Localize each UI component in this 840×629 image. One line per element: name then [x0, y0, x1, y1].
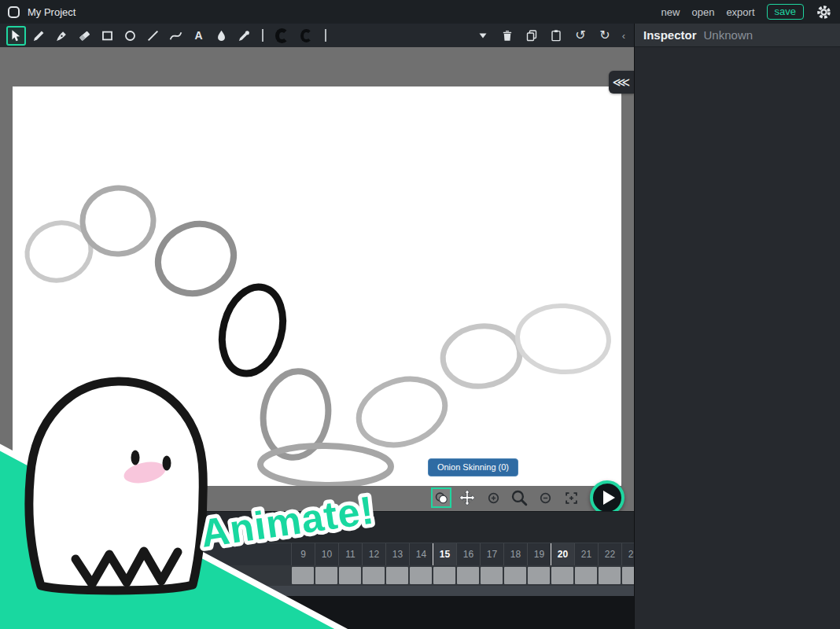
pan-icon — [459, 489, 476, 506]
cap-large-button[interactable] — [271, 25, 293, 46]
copy-icon — [525, 29, 538, 42]
drawing-canvas[interactable] — [13, 86, 621, 486]
undo-button[interactable]: ↺ — [572, 27, 589, 44]
fill-tool[interactable] — [212, 26, 231, 46]
inspector-panel: Inspector Unknown — [634, 24, 840, 629]
settings-button[interactable] — [816, 4, 832, 20]
paste-button[interactable] — [547, 27, 565, 44]
frame-number-23[interactable]: 23 — [621, 543, 634, 565]
play-button[interactable] — [590, 480, 624, 511]
frame-cell-14[interactable] — [410, 567, 432, 584]
frame-number-14[interactable]: 14 — [409, 543, 433, 565]
project-title: My Project — [28, 6, 76, 18]
frame-cell-15[interactable] — [433, 567, 455, 584]
save-button[interactable]: save — [767, 4, 804, 20]
frame-cell-22[interactable] — [599, 567, 621, 584]
inspector-selection-label: Unknown — [704, 28, 753, 42]
canvas-area[interactable]: ⋘ Onion Skinning (0) — [0, 47, 634, 511]
copy-button[interactable] — [523, 27, 540, 44]
eraser-icon — [78, 29, 91, 42]
frame-cell-9[interactable] — [292, 567, 314, 584]
frame-number-10[interactable]: 10 — [315, 543, 338, 565]
titlebar: My Project new open export save — [0, 0, 840, 24]
app-logo-icon — [8, 6, 20, 18]
gear-icon — [816, 4, 832, 20]
frame-cell-11[interactable] — [339, 567, 361, 584]
frame-cell-21[interactable] — [575, 567, 597, 584]
frame-cell-12[interactable] — [363, 567, 385, 584]
eyedropper-tool[interactable] — [234, 26, 254, 46]
current-frame-drawing — [213, 280, 292, 380]
play-icon — [603, 491, 615, 505]
inspector-title: Inspector — [643, 28, 697, 42]
zoom-in-icon — [488, 492, 499, 504]
fit-screen-button[interactable] — [561, 487, 581, 508]
timeline-track[interactable] — [0, 565, 634, 586]
stroke-cap-group — [271, 25, 317, 46]
zoom-out-icon — [540, 492, 551, 504]
frame-number-22[interactable]: 22 — [598, 543, 621, 565]
pen-tool[interactable] — [52, 26, 72, 46]
inspector-header: Inspector Unknown — [635, 24, 840, 47]
toolbar: A ↺↻ ‹ — [0, 24, 634, 47]
pan-button[interactable] — [457, 487, 477, 508]
onion-skin-layer — [13, 86, 621, 486]
frame-cell-18[interactable] — [504, 567, 526, 584]
redo-icon: ↻ — [599, 29, 610, 42]
frame-cell-20[interactable] — [551, 567, 573, 584]
frame-cell-23[interactable] — [622, 567, 634, 584]
frame-cell-10[interactable] — [315, 567, 337, 584]
pencil-tool[interactable] — [29, 26, 49, 46]
frame-cell-16[interactable] — [457, 567, 479, 584]
frame-number-9[interactable]: 9 — [291, 543, 315, 565]
frame-number-12[interactable]: 12 — [362, 543, 385, 565]
open-button[interactable]: open — [691, 6, 714, 18]
undo-icon: ↺ — [575, 29, 585, 42]
frame-number-17[interactable]: 17 — [480, 543, 503, 565]
pencil-icon — [32, 29, 46, 42]
new-button[interactable]: new — [661, 6, 680, 18]
delete-icon — [501, 29, 514, 42]
frame-number-19[interactable]: 19 — [527, 543, 551, 565]
curve-tool[interactable] — [166, 26, 186, 46]
zoom-out-button[interactable] — [535, 487, 555, 508]
export-button[interactable]: export — [726, 6, 754, 18]
onion-skin-frame — [146, 212, 245, 305]
eraser-tool[interactable] — [75, 26, 94, 46]
select-icon — [9, 29, 23, 42]
magnify-button[interactable] — [509, 487, 529, 508]
ellipse-tool[interactable] — [120, 26, 140, 46]
panel-resize-handle[interactable]: ‹ — [620, 30, 628, 42]
onion-skinning-icon — [434, 491, 449, 506]
curve-icon — [169, 29, 182, 42]
tool-group: A — [6, 26, 254, 46]
collapse-panel-button[interactable]: ⋘ — [609, 71, 634, 94]
app-window: My Project new open export save A ↺↻ — [0, 0, 840, 629]
frame-cell-19[interactable] — [528, 567, 550, 584]
onion-skinning-button[interactable] — [431, 487, 451, 508]
frame-number-20[interactable]: 20 — [551, 543, 574, 565]
frame-cell-13[interactable] — [386, 567, 408, 584]
timeline-ruler[interactable]: 91011121314151617181920212223 — [0, 543, 634, 565]
zoom-in-button[interactable] — [483, 487, 503, 508]
frame-number-21[interactable]: 21 — [574, 543, 598, 565]
delete-button[interactable] — [499, 27, 516, 44]
text-tool[interactable]: A — [189, 26, 208, 46]
rectangle-tool[interactable] — [98, 26, 117, 46]
cap-small-button[interactable] — [296, 25, 317, 46]
layer-dropdown-button[interactable] — [474, 27, 492, 44]
main-area: A ↺↻ ‹ ⋘ Onion Skinning (0) — [0, 24, 840, 629]
timeline-header[interactable] — [0, 512, 634, 543]
frame-cell-17[interactable] — [481, 567, 503, 584]
frame-number-18[interactable]: 18 — [503, 543, 527, 565]
frame-number-13[interactable]: 13 — [385, 543, 409, 565]
eyedropper-icon — [238, 29, 251, 42]
frame-number-11[interactable]: 11 — [338, 543, 362, 565]
frame-number-15[interactable]: 15 — [433, 543, 456, 565]
frame-number-16[interactable]: 16 — [456, 543, 480, 565]
redo-button[interactable]: ↻ — [596, 27, 613, 44]
timeline: 91011121314151617181920212223 — [0, 511, 634, 629]
line-tool[interactable] — [143, 26, 163, 46]
select-tool[interactable] — [6, 26, 26, 46]
magnify-icon — [510, 489, 529, 507]
